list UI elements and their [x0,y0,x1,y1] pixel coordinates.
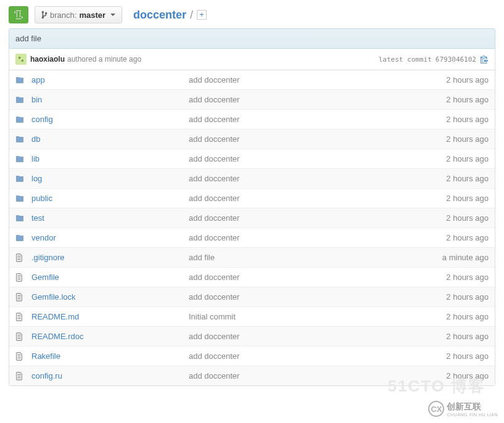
file-time: 2 hours ago [446,115,489,124]
compare-button[interactable] [9,6,28,23]
file-time: 2 hours ago [446,292,489,302]
file-commit-msg[interactable]: add doccenter [189,332,446,341]
file-time: 2 hours ago [446,194,489,203]
commit-author-row: haoxiaolu authored a minute ago latest c… [9,49,495,70]
table-row: appadd doccenter2 hours ago [9,70,495,89]
folder-icon [15,115,25,124]
table-row: dbadd doccenter2 hours ago [9,129,495,149]
table-row: libadd doccenter2 hours ago [9,149,495,168]
folder-icon [15,175,25,183]
folder-icon [15,214,25,223]
file-link[interactable]: Rakefile [31,351,60,361]
repo-link[interactable]: doccenter [133,9,186,22]
chevron-down-icon [110,14,115,16]
file-commit-msg[interactable]: add doccenter [189,154,446,163]
folder-icon [15,96,25,104]
file-time: 2 hours ago [446,233,489,242]
table-row: Rakefileadd doccenter2 hours ago [9,346,495,366]
file-link[interactable]: README.rdoc [31,332,84,341]
file-link[interactable]: README.md [31,312,79,321]
file-icon [15,293,25,302]
table-row: configadd doccenter2 hours ago [9,109,495,129]
branch-selector[interactable]: branch: master [35,6,122,23]
file-link[interactable]: test [31,213,44,223]
file-icon [15,352,25,361]
file-link[interactable]: .gitignore [31,253,64,262]
branch-label: branch: [50,10,76,20]
author-name[interactable]: haoxiaolu [30,55,65,64]
file-link[interactable]: bin [31,95,42,104]
latest-commit-label: latest commit [379,55,432,64]
file-commit-msg[interactable]: add doccenter [189,134,446,144]
folder-icon [15,135,25,144]
file-commit-msg[interactable]: add file [189,253,442,262]
compare-icon [14,10,23,20]
file-commit-msg[interactable]: add doccenter [189,75,446,84]
file-link[interactable]: app [31,75,45,84]
table-row: Gemfile.lockadd doccenter2 hours ago [9,287,495,306]
clipboard-icon[interactable] [480,55,489,64]
file-time: 2 hours ago [446,134,489,144]
table-row: README.mdInitial commit2 hours ago [9,306,495,326]
table-row: vendoradd doccenter2 hours ago [9,228,495,247]
folder-icon [15,194,25,203]
file-time: 2 hours ago [446,213,489,223]
file-time: 2 hours ago [446,351,489,361]
file-commit-msg[interactable]: add doccenter [189,213,446,223]
latest-commit-bar[interactable]: add file [9,28,495,49]
file-time: 2 hours ago [446,154,489,163]
table-row: binadd doccenter2 hours ago [9,89,495,109]
file-time: a minute ago [442,253,489,262]
table-row: README.rdocadd doccenter2 hours ago [9,326,495,346]
create-file-button[interactable]: + [197,10,207,20]
file-commit-msg[interactable]: add doccenter [189,292,446,302]
file-link[interactable]: Gemfile.lock [31,292,76,302]
file-icon [15,253,25,262]
file-commit-msg[interactable]: add doccenter [189,115,446,124]
file-commit-msg[interactable]: Initial commit [189,312,446,321]
table-row: Gemfileadd doccenter2 hours ago [9,267,495,287]
file-commit-msg[interactable]: add doccenter [189,351,446,361]
file-link[interactable]: vendor [31,233,56,242]
file-time: 2 hours ago [446,332,489,341]
branch-name: master [79,10,105,20]
file-time: 2 hours ago [446,273,489,282]
repo-toolbar: branch: master doccenter / + [0,0,504,28]
author-time: a minute ago [99,55,141,64]
git-branch-icon [41,10,48,19]
file-icon [15,372,25,380]
file-icon [15,332,25,341]
commit-message: add file [15,34,41,43]
file-time: 2 hours ago [446,312,489,321]
file-link[interactable]: config.ru [31,371,62,380]
file-link[interactable]: Gemfile [31,273,59,282]
file-link[interactable]: db [31,134,40,144]
avatar[interactable] [15,54,27,65]
table-row: logadd doccenter2 hours ago [9,168,495,188]
author-action: authored [67,55,96,64]
folder-icon [15,76,25,84]
file-time: 2 hours ago [446,95,489,104]
file-link[interactable]: lib [31,154,39,163]
folder-icon [15,234,25,242]
file-link[interactable]: config [31,115,53,124]
file-commit-msg[interactable]: add doccenter [189,233,446,242]
file-link[interactable]: public [31,194,52,203]
file-commit-msg[interactable]: add doccenter [189,194,446,203]
commit-sha[interactable]: 6793046102 [436,55,476,64]
table-row: testadd doccenter2 hours ago [9,208,495,228]
file-commit-msg[interactable]: add doccenter [189,95,446,104]
breadcrumb: doccenter / + [133,9,207,22]
table-row: .gitignoreadd filea minute ago [9,247,495,267]
file-icon [15,273,25,282]
file-commit-msg[interactable]: add doccenter [189,273,446,282]
folder-icon [15,155,25,163]
file-list: appadd doccenter2 hours agobinadd doccen… [9,70,495,386]
table-row: publicadd doccenter2 hours ago [9,188,495,208]
breadcrumb-separator: / [190,9,193,22]
file-icon [15,313,25,321]
file-commit-msg[interactable]: add doccenter [189,174,446,183]
file-time: 2 hours ago [446,174,489,183]
file-link[interactable]: log [31,174,42,183]
file-time: 2 hours ago [446,75,489,84]
